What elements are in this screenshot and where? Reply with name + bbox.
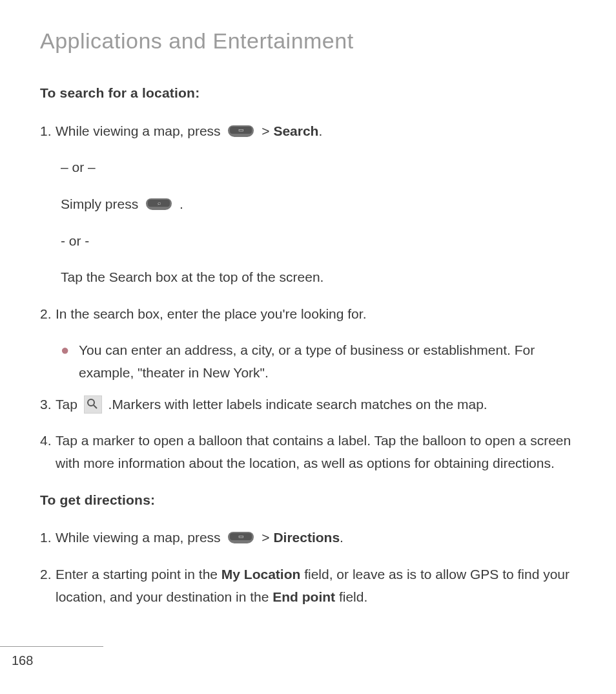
- step-number: 2.: [40, 563, 56, 586]
- step-text: .: [318, 123, 322, 138]
- step-text: Simply press: [61, 196, 142, 211]
- page-number: 168: [0, 653, 103, 668]
- breadcrumb-separator: >: [262, 123, 273, 138]
- page-title: Applications and Entertainment: [40, 28, 576, 54]
- step-text: field.: [335, 589, 367, 604]
- step-text: While viewing a map, press: [56, 530, 224, 545]
- step-text: Enter a starting point in the: [56, 567, 221, 582]
- step-text: While viewing a map, press: [56, 123, 224, 138]
- step-text: Tap: [56, 397, 81, 412]
- step-number: 1.: [40, 120, 56, 143]
- step-3: 3. Tap .Markers with letter labels indic…: [40, 394, 576, 416]
- section-heading-search-location: To search for a location:: [40, 82, 576, 105]
- section-heading-get-directions: To get directions:: [40, 489, 576, 512]
- step-text: .: [340, 530, 344, 545]
- svg-point-0: [88, 399, 94, 406]
- step-2: 2. In the search box, enter the place yo…: [40, 303, 576, 326]
- alt-instruction: Tap the Search box at the top of the scr…: [40, 266, 576, 289]
- alt-instruction: Simply press ⌕ .: [40, 193, 576, 216]
- directions-step-1: 1. While viewing a map, press ▭ > Direct…: [40, 527, 576, 549]
- breadcrumb-separator: >: [262, 530, 273, 545]
- body-content: To search for a location: 1. While viewi…: [40, 82, 576, 608]
- menu-item-directions: Directions: [273, 530, 340, 545]
- svg-line-1: [94, 405, 97, 408]
- step-text: In the search box, enter the place you'r…: [56, 303, 576, 326]
- magnifier-button-icon: [84, 395, 102, 414]
- field-end-point: End point: [272, 589, 335, 604]
- step-number: 4.: [40, 430, 56, 452]
- menu-key-icon: ▭: [228, 532, 254, 543]
- bullet-icon: ●: [61, 339, 79, 384]
- bullet-text: You can enter an address, a city, or a t…: [79, 339, 576, 384]
- step-number: 2.: [40, 303, 56, 326]
- bullet-item: ● You can enter an address, a city, or a…: [40, 339, 576, 384]
- directions-step-2: 2. Enter a starting point in the My Loca…: [40, 563, 576, 608]
- or-separator: – or –: [40, 156, 576, 179]
- footer-divider: [0, 646, 103, 647]
- step-number: 1.: [40, 527, 56, 549]
- menu-item-search: Search: [273, 123, 318, 138]
- step-text: .Markers with letter labels indicate sea…: [108, 397, 488, 412]
- field-my-location: My Location: [221, 567, 301, 582]
- step-1: 1. While viewing a map, press ▭ > Search…: [40, 120, 576, 143]
- page-footer: 168: [0, 646, 103, 668]
- step-text: Tap a marker to open a balloon that cont…: [56, 430, 576, 474]
- step-4: 4. Tap a marker to open a balloon that c…: [40, 430, 576, 474]
- menu-key-icon: ▭: [228, 125, 254, 137]
- step-text: .: [180, 196, 183, 211]
- or-separator: - or -: [40, 230, 576, 253]
- document-page: Applications and Entertainment To search…: [0, 0, 616, 694]
- step-number: 3.: [40, 394, 56, 416]
- search-key-icon: ⌕: [146, 198, 172, 210]
